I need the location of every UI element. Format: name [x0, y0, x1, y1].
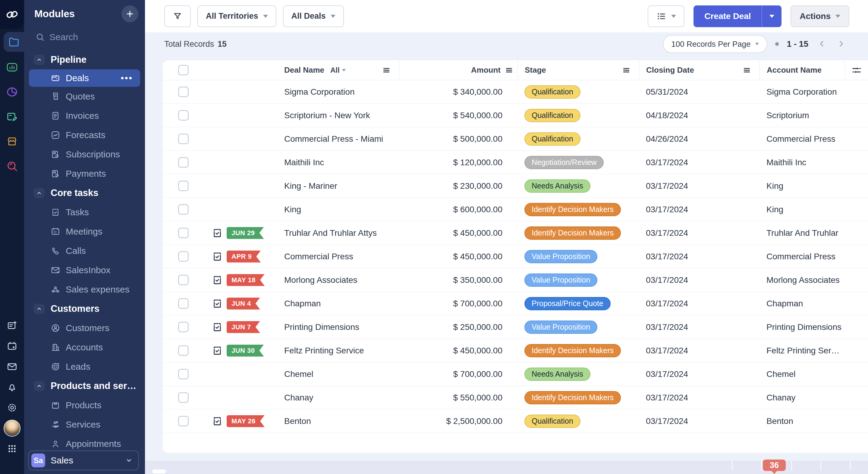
analytics-icon[interactable]: [0, 83, 24, 101]
more-options-icon[interactable]: •••: [121, 77, 133, 80]
deals-view-dropdown[interactable]: All Deals: [283, 5, 344, 27]
next-page-button[interactable]: [835, 38, 847, 50]
deal-name-link[interactable]: Commercial Press - Miami: [284, 127, 399, 151]
table-row[interactable]: MAY 18 Morlong Associates $ 350,000.00 V…: [163, 268, 868, 292]
sidebar-item-salesinbox[interactable]: SalesInbox •••: [24, 261, 145, 280]
create-note-icon[interactable]: [0, 318, 24, 333]
notifications-icon[interactable]: [0, 379, 24, 395]
sidebar-item-deals[interactable]: Deals •••: [29, 69, 140, 87]
row-checkbox[interactable]: [178, 298, 189, 309]
account-name-header[interactable]: Account Name: [767, 65, 822, 75]
filter-button[interactable]: [164, 5, 191, 27]
sidebar-item-leads[interactable]: Leads •••: [24, 357, 145, 376]
account-name-link[interactable]: Truhlar And Truhlar: [760, 221, 845, 245]
account-name-link[interactable]: King: [760, 174, 845, 198]
account-name-link[interactable]: Morlong Associates: [760, 268, 845, 292]
account-name-link[interactable]: Chemel: [760, 362, 845, 386]
sidebar-item-quotes[interactable]: Quotes •••: [24, 87, 145, 106]
zia-search-icon[interactable]: [0, 157, 24, 176]
table-row[interactable]: King $ 600,000.00 Identify Decision Make…: [163, 198, 868, 221]
account-name-link[interactable]: Maithili Inc: [760, 151, 845, 174]
account-name-link[interactable]: Chanay: [760, 386, 845, 410]
account-name-link[interactable]: Sigma Corporation: [760, 80, 845, 104]
sidebar-item-subscriptions[interactable]: Subscriptions •••: [24, 145, 145, 164]
deal-name-link[interactable]: Sigma Corporation: [284, 80, 399, 104]
workspace-selector[interactable]: Sa Sales: [28, 450, 139, 470]
view-type-dropdown[interactable]: [648, 5, 684, 27]
account-name-link[interactable]: Commercial Press: [760, 245, 845, 268]
manage-columns-icon[interactable]: [851, 65, 862, 76]
sidebar-item-payments[interactable]: Payments •••: [24, 164, 145, 183]
table-row[interactable]: Chanay $ 550,000.00 Identify Decision Ma…: [163, 386, 868, 410]
closing-date-header[interactable]: Closing Date: [646, 65, 694, 75]
table-row[interactable]: APR 9 Commercial Press $ 450,000.00 Valu…: [163, 245, 868, 268]
records-per-page-dropdown[interactable]: 100 Records Per Page: [663, 35, 767, 53]
apps-icon[interactable]: [0, 441, 24, 456]
deal-name-link[interactable]: Commercial Press: [284, 245, 399, 268]
table-row[interactable]: Maithili Inc $ 120,000.00 Negotiation/Re…: [163, 151, 868, 174]
create-deal-caret-button[interactable]: [762, 5, 781, 27]
row-checkbox[interactable]: [178, 251, 189, 262]
table-row[interactable]: Scriptorium - New York $ 540,000.00 Qual…: [163, 104, 868, 127]
row-checkbox[interactable]: [178, 416, 189, 426]
row-checkbox[interactable]: [178, 345, 189, 356]
table-row[interactable]: JUN 30 Feltz Printing Service $ 450,000.…: [163, 339, 868, 362]
column-menu-icon[interactable]: [505, 66, 513, 75]
section-collapse-button[interactable]: [34, 55, 44, 65]
prev-page-button[interactable]: [816, 38, 828, 50]
dashboards-icon[interactable]: [0, 58, 24, 77]
sidebar-item-forecasts[interactable]: Forecasts •••: [24, 125, 145, 145]
module-search-input[interactable]: Search: [24, 24, 145, 50]
account-name-link[interactable]: Printing Dimensions: [760, 316, 845, 339]
mail-icon[interactable]: [0, 359, 24, 375]
table-row[interactable]: JUN 29 Truhlar And Truhlar Attys $ 450,0…: [163, 221, 868, 245]
deal-name-header[interactable]: Deal Name: [284, 65, 324, 75]
profile-icon[interactable]: [0, 420, 24, 436]
table-row[interactable]: Chemel $ 700,000.00 Needs Analysis 03/17…: [163, 362, 868, 386]
deal-name-link[interactable]: Truhlar And Truhlar Attys: [284, 221, 399, 245]
territories-dropdown[interactable]: All Territories: [197, 5, 276, 27]
row-checkbox[interactable]: [178, 181, 189, 191]
account-name-link[interactable]: Feltz Printing Service: [760, 339, 845, 362]
sidebar-item-products[interactable]: Products •••: [24, 395, 145, 415]
row-checkbox[interactable]: [178, 204, 189, 215]
deal-name-link[interactable]: King - Mariner: [284, 174, 399, 198]
deal-name-link[interactable]: Chapman: [284, 292, 399, 316]
sidebar-item-accounts[interactable]: Accounts •••: [24, 338, 145, 357]
account-name-link[interactable]: King: [760, 198, 845, 221]
modules-folder-icon[interactable]: [4, 32, 24, 52]
section-collapse-button[interactable]: [34, 381, 44, 391]
deal-name-link[interactable]: King: [284, 198, 399, 221]
actions-dropdown[interactable]: Actions: [790, 5, 849, 27]
scrollbar-thumb[interactable]: [152, 470, 166, 473]
deal-name-link[interactable]: Chemel: [284, 362, 399, 386]
deal-name-link[interactable]: Chanay: [284, 386, 399, 410]
row-checkbox[interactable]: [178, 392, 189, 403]
sidebar-item-calls[interactable]: Calls •••: [24, 241, 145, 261]
table-row[interactable]: JUN 7 Printing Dimensions $ 250,000.00 V…: [163, 316, 868, 339]
table-row[interactable]: Commercial Press - Miami $ 500,000.00 Qu…: [163, 127, 868, 151]
row-checkbox[interactable]: [178, 275, 189, 285]
sidebar-item-sales-expenses[interactable]: Sales expenses •••: [24, 280, 145, 299]
sidebar-item-customers[interactable]: Customers •••: [24, 318, 145, 338]
section-collapse-button[interactable]: [34, 304, 44, 314]
sidebar-item-invoices[interactable]: Invoices •••: [24, 106, 145, 125]
column-menu-icon[interactable]: [743, 66, 751, 75]
section-collapse-button[interactable]: [34, 188, 44, 198]
deal-name-link[interactable]: Feltz Printing Service: [284, 339, 399, 362]
add-module-button[interactable]: [121, 5, 138, 22]
row-checkbox[interactable]: [178, 87, 189, 97]
sidebar-item-meetings[interactable]: Meetings •••: [24, 222, 145, 241]
deal-name-link[interactable]: Benton: [284, 410, 399, 433]
table-row[interactable]: Sigma Corporation $ 340,000.00 Qualifica…: [163, 80, 868, 104]
account-name-link[interactable]: Chapman: [760, 292, 845, 316]
sidebar-item-services[interactable]: Services •••: [24, 415, 145, 434]
deal-name-filter-dropdown[interactable]: All: [330, 66, 346, 75]
account-name-link[interactable]: Scriptorium: [760, 104, 845, 127]
deal-name-link[interactable]: Printing Dimensions: [284, 316, 399, 339]
deal-name-link[interactable]: Maithili Inc: [284, 151, 399, 174]
row-checkbox[interactable]: [178, 228, 189, 238]
table-row[interactable]: King - Mariner $ 230,000.00 Needs Analys…: [163, 174, 868, 198]
deal-name-link[interactable]: Scriptorium - New York: [284, 104, 399, 127]
column-menu-icon[interactable]: [622, 66, 630, 75]
